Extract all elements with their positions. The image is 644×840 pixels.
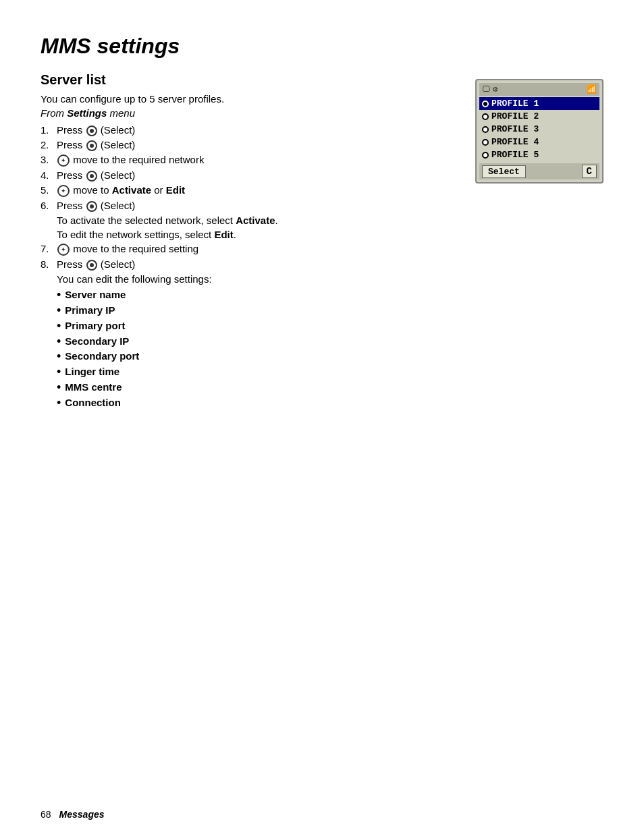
list-item: • Primary port	[57, 320, 455, 333]
page-number: 68	[41, 809, 51, 820]
radio-button	[482, 126, 489, 133]
profile-list: PROFILE 1 PROFILE 2 PROFILE 3 PROFILE 4 …	[479, 97, 599, 161]
page-title: MMS settings	[41, 34, 603, 59]
radio-button	[482, 113, 489, 120]
radio-button	[482, 152, 489, 159]
select-button-icon	[86, 171, 97, 181]
screen-icon-signal: 📶	[587, 84, 597, 94]
intro-text: You can configure up to 5 server profile…	[41, 93, 455, 105]
select-button: Select	[482, 165, 526, 178]
list-item: • MMS centre	[57, 381, 455, 395]
radio-button-filled	[482, 101, 489, 107]
step-6-note-1: To activate the selected network, select…	[57, 215, 455, 226]
step-3: 3. move to the required network	[41, 154, 455, 167]
page-footer: 68 Messages	[41, 809, 105, 820]
list-item: • Linger time	[57, 366, 455, 379]
list-item: • Primary IP	[57, 304, 455, 318]
list-item: • Secondary IP	[57, 335, 455, 349]
step-8: 8. Press (Select)	[41, 258, 455, 271]
list-item: • Secondary port	[57, 350, 455, 364]
list-item: • Connection	[57, 397, 455, 410]
joystick-icon	[57, 244, 70, 256]
footer-section-label: Messages	[59, 809, 105, 820]
section-title: Server list	[41, 72, 455, 88]
secondary-ip-label: Secondary IP	[65, 335, 129, 347]
c-button: C	[582, 165, 597, 178]
profile-item-2: PROFILE 2	[479, 110, 599, 123]
select-button-icon	[86, 260, 97, 271]
profile-item-1: PROFILE 1	[479, 97, 599, 110]
step-2: 2. Press (Select)	[41, 139, 455, 151]
select-button-icon	[86, 201, 97, 212]
phone-screen: 🖵 ⚙ 📶 PROFILE 1 PROFILE 2	[475, 79, 603, 184]
screen-icon-envelope: 🖵	[482, 84, 490, 94]
step-6-note-2: To edit the network settings, select Edi…	[57, 229, 455, 240]
screen-icon-lock: ⚙	[493, 84, 498, 94]
list-item: • Server name	[57, 289, 455, 302]
step-6: 6. Press (Select)	[41, 200, 455, 212]
from-menu-text: From Settings menu	[41, 107, 455, 119]
select-button-icon	[86, 140, 97, 151]
secondary-port-label: Secondary port	[65, 350, 139, 362]
radio-button	[482, 139, 489, 146]
select-button-icon	[86, 125, 97, 136]
screen-footer: Select C	[479, 163, 599, 179]
profile-item-5: PROFILE 5	[479, 148, 599, 161]
joystick-icon	[57, 155, 70, 167]
screen-header: 🖵 ⚙ 📶	[479, 83, 599, 96]
profile-item-4: PROFILE 4	[479, 136, 599, 148]
step-7: 7. move to the required setting	[41, 243, 455, 256]
profile-item-3: PROFILE 3	[479, 123, 599, 136]
step-4: 4. Press (Select)	[41, 169, 455, 181]
joystick-icon	[57, 185, 70, 197]
step-1: 1. Press (Select)	[41, 124, 455, 136]
step-8-note: You can edit the following settings:	[57, 273, 455, 285]
step-5: 5. move to Activate or Edit	[41, 184, 455, 197]
